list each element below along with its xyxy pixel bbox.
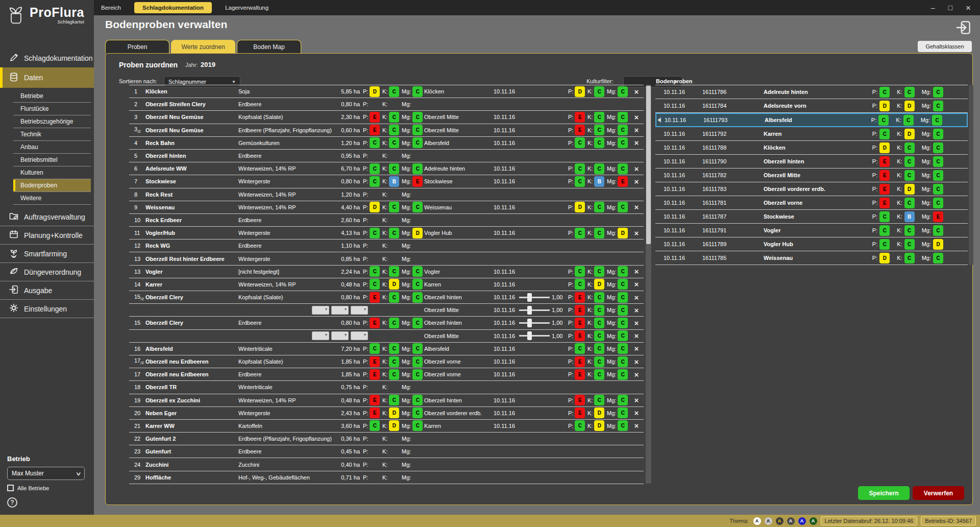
slider-thumb[interactable] bbox=[527, 319, 532, 327]
remove-sample-button[interactable]: × bbox=[629, 306, 644, 315]
remove-sample-button[interactable]: × bbox=[629, 344, 644, 353]
thema-color-option-6[interactable]: A bbox=[810, 517, 817, 525]
field-row[interactable]: 3/2Oberzell Neu GemüseErdbeere (Pflanzja… bbox=[129, 124, 644, 137]
discard-button[interactable]: Verwerfen bbox=[913, 486, 964, 500]
sidebar-item-anbau[interactable]: Anbau bbox=[13, 141, 91, 154]
remove-sample-button[interactable]: × bbox=[629, 203, 644, 211]
field-row[interactable]: 24ZucchiniZucchini0,40 haP:K:Mg: bbox=[129, 458, 644, 471]
sidebar-item-ausgabe[interactable]: Ausgabe bbox=[0, 281, 94, 300]
sidebar-item-smartfarming[interactable]: Smartfarming bbox=[0, 245, 94, 263]
sidebar-item-planung-kontrolle[interactable]: Planung+Kontrolle bbox=[0, 226, 94, 245]
mg-class-select[interactable] bbox=[351, 331, 368, 340]
sidebar-item-einstellungen[interactable]: Einstellungen bbox=[0, 300, 94, 318]
p-class-select[interactable] bbox=[312, 306, 329, 315]
sidebar-item-duengeverordnung[interactable]: Düngeverordnung bbox=[0, 263, 94, 281]
tab-werte-zuordnen[interactable]: Werte zuordnen bbox=[171, 40, 235, 54]
remove-sample-button[interactable]: × bbox=[629, 293, 644, 302]
export-icon[interactable] bbox=[955, 19, 972, 36]
thema-color-option-3[interactable]: A bbox=[776, 517, 783, 525]
thema-color-option-2[interactable]: A bbox=[765, 517, 772, 525]
sidebar-item-auftragsverwaltung[interactable]: Auftragsverwaltung bbox=[0, 208, 94, 226]
sidebar-item-weitere[interactable]: Weitere bbox=[13, 192, 91, 205]
remove-sample-button[interactable]: × bbox=[629, 177, 644, 186]
field-row[interactable]: 20Neben EgerWintergerste2,43 haP:EK:DMg:… bbox=[129, 407, 644, 420]
field-row[interactable]: 7StockwieseWintergerste0,80 haP:CK:BMg:E… bbox=[129, 175, 644, 188]
field-row[interactable]: 11Vogler/HubWintergerste4,13 haP:CK:CMg:… bbox=[129, 227, 644, 239]
field-row[interactable]: 1KlöckenSoja5,85 haP:DK:CMg:CKlöcken10.1… bbox=[129, 85, 644, 98]
menu-item-lagerverwaltung[interactable]: Lagerverwaltung bbox=[225, 5, 268, 11]
remove-sample-button[interactable]: × bbox=[629, 280, 644, 289]
remove-sample-button[interactable]: × bbox=[629, 409, 644, 417]
weight-slider[interactable] bbox=[519, 306, 550, 315]
slider-thumb[interactable] bbox=[527, 331, 532, 340]
weight-slider[interactable] bbox=[519, 293, 550, 302]
remove-sample-button[interactable]: × bbox=[629, 113, 644, 122]
bodenprobe-row[interactable]: 10.11.1616111786Adelreute hintenP:CK:CMg… bbox=[655, 85, 968, 99]
bodenprobe-row[interactable]: 10.11.1616111789Vogler HubP:CK:CMg:D bbox=[655, 237, 968, 251]
save-button[interactable]: Speichern bbox=[858, 486, 910, 500]
sidebar-item-betriebszugehörige[interactable]: Betriebszugehörige bbox=[13, 115, 91, 128]
bodenprobe-row[interactable]: 10.11.1616111782Oberzell MitteP:EK:CMg:C bbox=[655, 169, 968, 182]
field-row[interactable]: 14KarrerWinterweizen, 14% RP0,48 haP:CK:… bbox=[129, 278, 644, 291]
field-row[interactable]: 13Vogler[nicht festgelegt]2,24 haP:CK:CM… bbox=[129, 266, 644, 278]
thema-color-option-4[interactable]: A bbox=[787, 517, 795, 525]
remove-sample-button[interactable]: × bbox=[629, 164, 644, 173]
remove-sample-button[interactable]: × bbox=[629, 421, 644, 430]
field-row[interactable]: 2Oberzell Streifen CleryErdbeere0,80 haP… bbox=[129, 98, 644, 111]
help-icon[interactable]: ? bbox=[7, 497, 17, 508]
field-sub-row[interactable]: Oberzell Mitte10.11.161,00P:EK:CMg:C× bbox=[129, 330, 644, 343]
remove-sample-button[interactable]: × bbox=[629, 319, 644, 327]
field-row[interactable]: 29HofflächeHof-, Weg-, Gebäudeflächen0,7… bbox=[129, 471, 644, 484]
sidebar-item-kulturen[interactable]: Kulturen bbox=[13, 166, 91, 179]
field-row[interactable]: 9WeissenauWinterweizen, 14% RP4,40 haP:D… bbox=[129, 201, 644, 214]
slider-thumb[interactable] bbox=[527, 293, 532, 302]
field-sub-row[interactable]: Oberzell Mitte10.11.161,00P:EK:CMg:C× bbox=[129, 304, 644, 317]
sidebar-item-technik[interactable]: Technik bbox=[13, 128, 91, 141]
field-row[interactable]: 13Oberzell Rest hinter ErdbeereWinterger… bbox=[129, 252, 644, 265]
menu-item-schlagdokumentation[interactable]: Schlagdokumentation bbox=[134, 2, 212, 13]
field-row[interactable]: 15/2Oberzell CleryKopfsalat (Salate)0,80… bbox=[129, 291, 644, 304]
field-row[interactable]: 3Oberzell Neu GemüseKopfsalat (Salate)2,… bbox=[129, 111, 644, 124]
sidebar-item-bodenproben[interactable]: Bodenproben bbox=[13, 179, 91, 192]
remove-sample-button[interactable]: × bbox=[629, 87, 644, 96]
field-table-scrollbar[interactable] bbox=[646, 85, 651, 484]
alle-betriebe-checkbox[interactable] bbox=[7, 485, 14, 491]
mg-class-select[interactable] bbox=[351, 306, 368, 315]
field-row[interactable]: 15Oberzell CleryErdbeere0,80 haP:EK:CMg:… bbox=[129, 317, 644, 329]
field-row[interactable]: 22Gutenfurt 2Erdbeere (Pflanzjahr, Frigo… bbox=[129, 433, 644, 445]
remove-sample-button[interactable]: × bbox=[629, 370, 644, 379]
menu-item-bereich[interactable]: Bereich bbox=[101, 5, 121, 11]
weight-slider[interactable] bbox=[519, 331, 550, 340]
field-row[interactable]: 23GutenfurtErdbeere0,45 haP:K:Mg: bbox=[129, 445, 644, 458]
field-row[interactable]: 18Oberzell TRWintertriticale0,75 haP:K:M… bbox=[129, 381, 644, 394]
remove-sample-button[interactable]: × bbox=[629, 396, 644, 404]
close-button[interactable]: × bbox=[966, 4, 971, 12]
bodenprobe-row[interactable]: 10.11.1616111783Oberzell vorderer erdb.P… bbox=[655, 182, 968, 196]
bodenprobe-row[interactable]: 10.11.1616111791VoglerP:CK:CMg:C bbox=[655, 224, 968, 237]
sidebar-item-betriebe[interactable]: Betriebe bbox=[13, 90, 91, 103]
maximize-button[interactable]: □ bbox=[948, 4, 952, 11]
bodenprobe-row[interactable]: 10.11.1616111781Oberzell vorneP:EK:CMg:C bbox=[655, 196, 968, 210]
k-class-select[interactable] bbox=[331, 306, 349, 315]
remove-sample-button[interactable]: × bbox=[629, 357, 644, 366]
remove-sample-button[interactable]: × bbox=[629, 229, 644, 237]
field-row[interactable]: 21Karrer WWKartoffeln3,60 haP:CK:DMg:CKa… bbox=[129, 420, 644, 433]
field-row[interactable]: 10Reck ErdbeerErdbeere2,60 haP:K:Mg: bbox=[129, 214, 644, 227]
tab-boden-map[interactable]: Boden Map bbox=[237, 40, 301, 54]
remove-sample-button[interactable]: × bbox=[629, 267, 644, 276]
sidebar-item-flurstücke[interactable]: Flurstücke bbox=[13, 103, 91, 115]
betrieb-select[interactable]: Max Muster ∨ bbox=[7, 467, 85, 480]
thema-color-option-5[interactable]: A bbox=[798, 517, 806, 525]
slider-thumb[interactable] bbox=[527, 306, 532, 315]
field-row[interactable]: 8Reck RestWinterweizen, 14% RP1,20 haP:K… bbox=[129, 188, 644, 201]
field-row[interactable]: 17/2Oberzell neu ErdbeerenKopfsalat (Sal… bbox=[129, 355, 644, 368]
bodenprobe-row[interactable]: 10.11.1616111792KarrenP:CK:DMg:C bbox=[655, 127, 968, 141]
tab-proben[interactable]: Proben bbox=[105, 40, 169, 54]
sidebar-item-daten[interactable]: Daten bbox=[0, 67, 94, 88]
gehaltsklassen-button[interactable]: Gehaltsklassen bbox=[918, 41, 972, 52]
bodenprobe-row[interactable]: 10.11.1616111793AlbersfeldP:CK:CMg:C bbox=[655, 113, 968, 127]
p-class-select[interactable] bbox=[312, 331, 329, 340]
minimize-button[interactable]: – bbox=[931, 4, 935, 11]
remove-sample-button[interactable]: × bbox=[629, 138, 644, 147]
bodenproben-scrollbar[interactable] bbox=[969, 85, 973, 265]
